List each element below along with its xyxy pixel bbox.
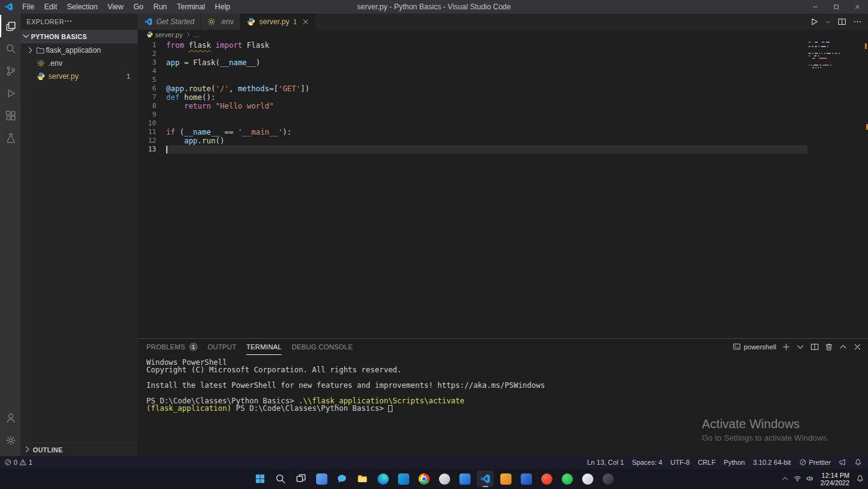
menu-view[interactable]: View <box>102 0 128 14</box>
activity-settings[interactable] <box>0 429 20 451</box>
activity-run-and-debug[interactable] <box>0 82 20 104</box>
code-line-11[interactable]: 11if (__name__ == '__main__'): <box>138 128 868 137</box>
taskbar-icon-chrome[interactable] <box>415 470 432 487</box>
status-cursor-position[interactable]: Ln 13, Col 1 <box>587 459 624 466</box>
menu-run[interactable]: Run <box>148 0 172 14</box>
sidebar-more-actions-slot[interactable] <box>64 17 73 27</box>
tray-expand[interactable] <box>779 469 791 489</box>
section-python-basics[interactable]: PYTHON BASICS <box>20 30 138 43</box>
taskbar-icon-app-orange[interactable] <box>497 470 514 487</box>
tab-server-py[interactable]: server.py1 <box>241 14 316 30</box>
minimize-button[interactable] <box>805 0 826 14</box>
panel-tab-terminal[interactable]: TERMINAL <box>246 339 281 355</box>
taskbar-clock[interactable]: 12:14 PM 2/24/2022 <box>816 472 854 487</box>
code-line-5[interactable]: 5 <box>138 76 868 84</box>
code-line-2[interactable]: 2 <box>138 50 868 58</box>
activity-explorer[interactable] <box>0 15 20 37</box>
code-line-10[interactable]: 10 <box>138 119 868 128</box>
code-line-7[interactable]: 7def home(): <box>138 93 868 102</box>
taskbar-icon-chat[interactable] <box>334 470 350 487</box>
tree-item-server.py[interactable]: server.py1 <box>20 70 138 83</box>
shell-selector[interactable]: powershell <box>733 343 776 352</box>
taskbar-icon-edge[interactable] <box>374 470 391 487</box>
taskbar-icon-file-explorer[interactable] <box>354 470 371 487</box>
taskbar-icon-widgets[interactable] <box>313 470 330 487</box>
tray-notifications-slot[interactable] <box>854 469 866 489</box>
activity-testing[interactable] <box>0 127 20 149</box>
tab-get-started[interactable]: Get Started <box>138 14 201 30</box>
editor-more-actions[interactable] <box>853 17 862 26</box>
activate-windows-watermark: Activate Windows Go to Settings to activ… <box>702 417 829 442</box>
menu-file[interactable]: File <box>17 0 39 14</box>
breadcrumb-file[interactable]: server.py <box>155 31 183 38</box>
menu-go[interactable]: Go <box>128 0 148 14</box>
panel-tab-problems[interactable]: PROBLEMS1 <box>146 339 198 355</box>
status-eol[interactable]: CRLF <box>698 459 715 466</box>
app-green-shape <box>562 473 573 485</box>
tab--env[interactable]: .env <box>201 14 241 30</box>
maximize-button[interactable] <box>826 0 847 14</box>
taskbar-icon-app-light[interactable] <box>579 470 596 487</box>
code-line-4[interactable]: 4 <box>138 67 868 76</box>
close-button[interactable] <box>847 0 868 14</box>
tray-volume[interactable] <box>804 469 816 489</box>
code-line-8[interactable]: 8 return "Hello world" <box>138 102 868 110</box>
activity-accounts[interactable] <box>0 406 20 429</box>
section-outline[interactable]: OUTLINE <box>20 442 138 456</box>
taskbar-icon-app-red[interactable] <box>538 470 555 487</box>
tab-close-icon[interactable] <box>302 18 309 25</box>
status-indentation[interactable]: Spaces: 4 <box>632 459 662 466</box>
new-terminal-button[interactable] <box>782 343 790 351</box>
tree-item-.env[interactable]: .env <box>20 56 138 70</box>
panel-tab-output[interactable]: OUTPUT <box>208 339 236 355</box>
taskbar-icon-task-view[interactable] <box>293 470 309 487</box>
taskbar-icon-app-green[interactable] <box>559 470 575 487</box>
menu-terminal[interactable]: Terminal <box>172 0 210 14</box>
taskbar-icon-outlook[interactable] <box>395 470 412 487</box>
breadcrumb[interactable]: server.py … <box>138 30 868 40</box>
taskbar-icon-app-gray[interactable] <box>436 470 453 487</box>
code-line-1[interactable]: 1from flask import Flask <box>138 41 868 50</box>
tree-item-flask_application[interactable]: flask_application <box>20 43 138 56</box>
status-problems[interactable]: 01 <box>4 459 32 466</box>
taskbar-icon-app-dark[interactable] <box>600 470 616 487</box>
maximize-panel-button[interactable] <box>839 343 848 351</box>
activity-source-control[interactable] <box>0 60 20 82</box>
terminal-dropdown[interactable] <box>796 343 805 351</box>
taskbar-icon-app-blue-2[interactable] <box>518 470 534 487</box>
status-encoding[interactable]: UTF-8 <box>670 459 689 466</box>
code-line-3[interactable]: 3app = Flask(__name__) <box>138 58 868 67</box>
panel-tab-debug-console[interactable]: DEBUG CONSOLE <box>291 339 353 355</box>
code-line-6[interactable]: 6@app.route('/', methods=['GET']) <box>138 84 868 93</box>
close-panel-button[interactable] <box>853 343 862 351</box>
status-prettier[interactable]: Prettier <box>799 459 831 466</box>
code-line-12[interactable]: 12 app.run() <box>138 137 868 145</box>
activity-search[interactable] <box>0 37 20 60</box>
code-line-13[interactable]: 13 <box>138 145 868 154</box>
menu-selection[interactable]: Selection <box>62 0 102 14</box>
split-terminal-button[interactable] <box>810 343 819 351</box>
activity-extensions[interactable] <box>0 104 20 127</box>
minimap[interactable] <box>808 42 859 71</box>
run-python-file-button[interactable] <box>810 17 818 26</box>
status-python-version[interactable]: 3.10.2 64-bit <box>753 459 790 466</box>
menu-edit[interactable]: Edit <box>39 0 62 14</box>
tray-wifi[interactable] <box>791 469 804 489</box>
split-editor-button[interactable] <box>838 17 846 26</box>
taskbar-icon-search[interactable] <box>272 470 289 487</box>
code-line-9[interactable]: 9 <box>138 110 868 119</box>
testing-icon <box>6 133 16 143</box>
terminal-body[interactable]: Windows PowerShellCopyright (C) Microsof… <box>138 355 868 413</box>
run-dropdown[interactable] <box>825 19 831 25</box>
taskbar-icon-app-blue[interactable] <box>456 470 473 487</box>
status-feedback[interactable] <box>839 459 846 466</box>
taskbar-icon-start[interactable] <box>252 470 268 487</box>
code-text: @app.route('/', methods=['GET']) <box>166 84 309 93</box>
editor-pane[interactable]: 1from flask import Flask23app = Flask(__… <box>138 40 868 338</box>
menu-help[interactable]: Help <box>210 0 236 14</box>
status-language-mode[interactable]: Python <box>724 459 745 466</box>
breadcrumb-symbol[interactable]: … <box>193 31 200 38</box>
taskbar-icon-vscode[interactable] <box>477 470 494 487</box>
kill-terminal-button[interactable] <box>825 343 833 351</box>
status-notifications[interactable] <box>854 459 862 466</box>
